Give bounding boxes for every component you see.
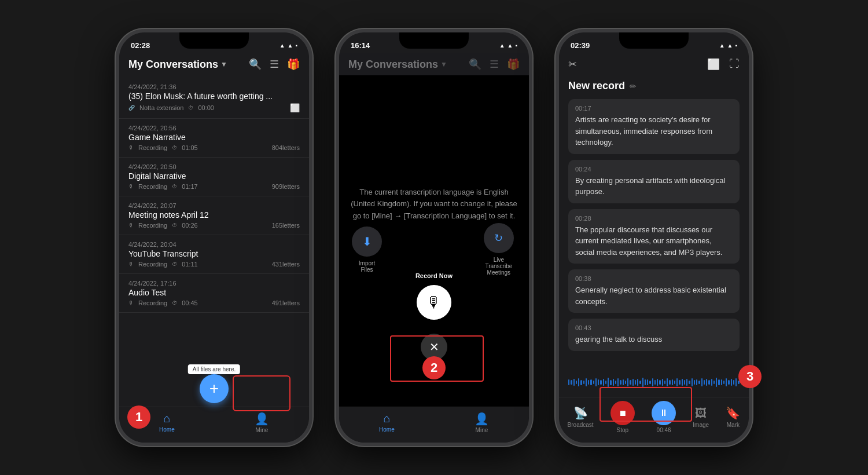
add-new-button[interactable]: + — [200, 374, 229, 403]
gift-icon[interactable]: 🎁 — [287, 58, 300, 71]
conv-header: My Conversations ▼ 🔍 ☰ 🎁 — [119, 53, 309, 75]
back-scissors-icon[interactable]: ✂ — [568, 58, 577, 71]
transcript-item-3: 00:38 Generally neglect to address basic… — [568, 269, 740, 313]
waveform-bar — [630, 380, 631, 385]
edit-title-icon[interactable]: ✏ — [630, 82, 637, 91]
nav-mine-2[interactable]: 👤 Mine — [475, 412, 489, 433]
duration-5: 00:45 — [182, 299, 198, 306]
mine-icon-2: 👤 — [475, 412, 489, 426]
source-label-1: Recording — [138, 144, 167, 151]
waveform-bar — [576, 381, 577, 383]
rec-icon-2: 🎙 — [128, 184, 134, 189]
waveform-bar — [689, 381, 690, 384]
pause-button[interactable]: ⏸ — [652, 401, 676, 425]
stop-button[interactable]: ⏹ — [610, 401, 635, 425]
broadcast-icon: 📡 — [573, 406, 588, 420]
wifi-icon-1: ▲ — [288, 42, 293, 49]
conv-item-3[interactable]: 4/24/2022, 20:07 Meeting notes April 12 … — [119, 196, 309, 235]
stop-icon: ⏹ — [619, 408, 627, 418]
rec-icon-5: 🎙 — [128, 300, 134, 306]
home-label: Home — [159, 426, 175, 433]
nav-home-2[interactable]: ⌂ Home — [379, 412, 395, 433]
badge-3: 3 — [738, 365, 762, 388]
dim-list-icon: ☰ — [490, 58, 499, 71]
live-icon: ↻ — [494, 232, 503, 244]
waveform-bar — [701, 378, 703, 386]
phone-2: 16:14 ▲ ▲ ▪ My Conversations ▼ 🔍 ☰ 🎁 — [336, 29, 532, 446]
waveform-bar — [652, 378, 653, 386]
list-icon[interactable]: ☰ — [270, 58, 279, 71]
waveform-bar — [593, 381, 594, 383]
conv-meta-1: 🎙 Recording ⏱ 01:05 804letters — [128, 144, 300, 151]
conv-date-2: 4/24/2022, 20:50 — [128, 163, 300, 170]
import-icon: ⬇ — [352, 226, 382, 257]
waveform-bars — [568, 372, 740, 393]
waveform-bar — [726, 378, 727, 386]
mark-control[interactable]: 🔖 Mark — [726, 406, 740, 428]
search-icon[interactable]: 🔍 — [249, 58, 262, 71]
conv-title-5: Audio Test — [128, 288, 300, 297]
time-1: 02:28 — [131, 41, 150, 50]
time-2: 16:14 — [351, 41, 370, 50]
conv-item-5[interactable]: 4/24/2022, 17:16 Audio Test 🎙 Recording … — [119, 274, 309, 313]
expand-icon[interactable]: ⛶ — [729, 58, 740, 71]
waveform-bar — [676, 378, 678, 386]
waveform-bar — [617, 378, 619, 386]
broadcast-control[interactable]: 📡 Broadcast — [568, 406, 594, 428]
transcript-item-1: 00:24 By creating personal artifacts wit… — [568, 160, 740, 203]
conv-meta-3: 🎙 Recording ⏱ 00:26 165letters — [128, 222, 300, 229]
share-header-icon[interactable]: ⬜ — [707, 58, 720, 71]
record-now-button[interactable]: 🎙 Record Now — [417, 285, 451, 320]
record-now-label: Record Now — [415, 272, 453, 279]
conv-date-1: 4/24/2022, 20:56 — [128, 125, 300, 131]
stop-control[interactable]: ⏹ Stop — [610, 401, 635, 433]
waveform-bar — [662, 379, 663, 386]
mine-icon: 👤 — [255, 412, 269, 426]
waveform-bar — [623, 379, 624, 385]
waveform-bar — [615, 381, 616, 384]
waveform-bar — [682, 379, 683, 386]
waveform-bar — [578, 378, 579, 386]
fab-tooltip: All files are here. — [188, 364, 240, 374]
live-transcribe-label: Live Transcribe Meetings — [481, 257, 516, 276]
duration-3: 00:26 — [182, 222, 198, 229]
phone-2-shell: 16:14 ▲ ▲ ▪ My Conversations ▼ 🔍 ☰ 🎁 — [336, 29, 532, 446]
phone-3-shell: 02:39 ▲ ▲ ▪ ✂ ⬜ ⛶ New record ✏ — [556, 29, 752, 446]
nav-mine[interactable]: 👤 Mine — [255, 412, 269, 433]
waveform-area — [559, 368, 749, 397]
home-icon: ⌂ — [163, 412, 170, 425]
conv-item-4[interactable]: 4/24/2022, 20:04 YouTube Transcript 🎙 Re… — [119, 235, 309, 274]
home-label-2: Home — [379, 426, 395, 433]
letters-3: 165letters — [272, 222, 300, 229]
badge-2: 2 — [422, 356, 446, 379]
conv-title-3: Meeting notes April 12 — [128, 210, 300, 220]
dim-dropdown-icon: ▼ — [440, 60, 447, 68]
conversation-list: 4/24/2022, 21:36 (35) Elon Musk: A futur… — [119, 75, 309, 407]
clock-icon-5: ⏱ — [172, 300, 177, 306]
share-icon-0[interactable]: ⬜ — [290, 103, 300, 112]
conv-item-1[interactable]: 4/24/2022, 20:56 Game Narrative 🎙 Record… — [119, 119, 309, 158]
waveform-bar — [723, 381, 724, 384]
battery-icon-1: ▪ — [295, 42, 297, 49]
conv-meta-5: 🎙 Recording ⏱ 00:45 491letters — [128, 299, 300, 306]
nav-home[interactable]: ⌂ Home — [159, 412, 175, 433]
waveform-bar — [568, 379, 569, 386]
conv-item-2[interactable]: 4/24/2022, 20:50 Digital Narrative 🎙 Rec… — [119, 158, 309, 196]
image-control[interactable]: 🖼 Image — [693, 407, 709, 428]
clock-icon-3: ⏱ — [172, 222, 177, 228]
transcript-text-4: gearing the talk to discuss — [575, 334, 733, 345]
transcript-time-1: 00:24 — [575, 166, 733, 173]
conv-item-0[interactable]: 4/24/2022, 21:36 (35) Elon Musk: A futur… — [119, 78, 309, 119]
live-transcribe-btn[interactable]: ↻ Live Transcribe Meetings — [481, 223, 516, 276]
status-icons-3: ▲ ▲ ▪ — [719, 42, 737, 49]
transcript-item-4: 00:43 gearing the talk to discuss — [568, 319, 740, 351]
mine-label: Mine — [256, 427, 269, 433]
bottom-nav-2: ⌂ Home 👤 Mine — [339, 407, 529, 443]
rec-icon-3: 🎙 — [128, 222, 134, 228]
import-files-btn[interactable]: ⬇ Import Files — [352, 226, 382, 273]
conv-header-title: My Conversations ▼ — [128, 59, 227, 71]
transcript-area: 00:17 Artists are reacting to society's … — [559, 94, 749, 368]
image-icon: 🖼 — [695, 407, 707, 420]
status-icons-2: ▲ ▲ ▪ — [499, 42, 517, 49]
pause-control[interactable]: ⏸ 00:46 — [652, 401, 676, 433]
